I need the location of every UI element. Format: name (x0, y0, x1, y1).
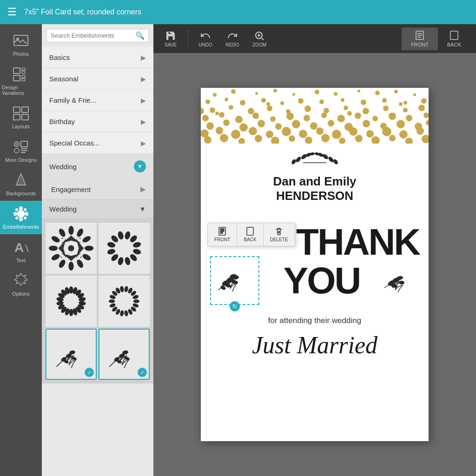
svg-point-157 (206, 122, 214, 130)
redo-button[interactable]: REDO (221, 28, 244, 49)
context-delete-button[interactable]: DELETE (264, 223, 295, 246)
context-back-button[interactable]: BACK (237, 223, 263, 246)
svg-point-43 (132, 248, 142, 255)
svg-point-13 (16, 143, 18, 145)
embellishment-item-6[interactable]: ✓ (99, 329, 150, 380)
svg-point-121 (240, 100, 245, 106)
svg-point-142 (418, 105, 425, 111)
svg-point-150 (321, 112, 327, 118)
name-line2: HENDERSON (201, 189, 429, 203)
svg-point-27 (24, 208, 26, 211)
svg-point-176 (299, 130, 307, 138)
sidebar-item-more-designs[interactable]: More Designs (0, 134, 42, 167)
subcategory-engagement[interactable]: Engagement ▶ (42, 179, 153, 199)
svg-point-168 (397, 120, 405, 128)
svg-point-53 (69, 286, 73, 293)
sidebar-item-text[interactable]: A Text (0, 234, 42, 268)
svg-point-152 (355, 112, 361, 119)
category-basics[interactable]: Basics ▶ (42, 47, 153, 68)
just-married-text: Just Married (210, 333, 419, 358)
svg-point-110 (255, 92, 258, 95)
svg-point-122 (261, 98, 266, 103)
sidebar-item-photos[interactable]: Photos (0, 28, 42, 61)
embellishment-item-2[interactable] (99, 223, 150, 274)
svg-point-177 (316, 127, 324, 135)
front-view-button[interactable]: FRONT (402, 27, 438, 50)
card-header (201, 88, 429, 144)
chevron-right-icon: ▶ (141, 139, 146, 147)
svg-point-163 (310, 122, 317, 130)
context-front-button[interactable]: FRONT (208, 223, 237, 246)
svg-point-49 (106, 241, 116, 248)
hamburger-menu[interactable]: ☰ (7, 6, 17, 18)
embellishment-item-3[interactable] (46, 276, 97, 327)
sidebar-item-embellishments[interactable]: Embellishments (0, 201, 42, 234)
svg-point-211 (332, 159, 338, 165)
rotate-handle[interactable]: ↻ (230, 301, 240, 311)
chevron-down-icon: ▼ (139, 205, 146, 213)
svg-point-159 (239, 123, 248, 132)
svg-rect-218 (220, 231, 224, 231)
subcategory-wedding[interactable]: Wedding ▼ (42, 199, 153, 219)
embellishment-item-5[interactable]: ✓ (46, 329, 97, 380)
category-wedding[interactable]: Wedding ▼ (42, 154, 153, 179)
svg-rect-106 (450, 31, 458, 40)
svg-point-164 (328, 120, 334, 126)
svg-point-44 (129, 253, 138, 262)
svg-rect-4 (22, 71, 25, 73)
svg-point-120 (225, 98, 228, 101)
chevron-right-icon: ▶ (141, 75, 146, 83)
svg-point-116 (375, 91, 380, 95)
embellishment-item-4[interactable] (99, 276, 150, 327)
sidebar-item-backgrounds[interactable]: Backgrounds (0, 167, 42, 201)
category-special-occasions[interactable]: Special Occas... ▶ (42, 132, 153, 154)
svg-point-147 (270, 116, 276, 122)
search-input[interactable] (51, 32, 135, 39)
sidebar-item-layouts[interactable]: Layouts (0, 100, 42, 134)
svg-point-175 (282, 127, 291, 136)
category-seasonal[interactable]: Seasonal ▶ (42, 68, 153, 90)
svg-point-24 (13, 212, 17, 216)
svg-point-201 (399, 102, 403, 106)
svg-point-180 (366, 130, 374, 138)
svg-point-198 (215, 112, 219, 115)
toolbar-separator (188, 29, 188, 48)
category-family[interactable]: Family & Frie... ▶ (42, 90, 153, 111)
chevron-right-icon: ▶ (141, 97, 146, 104)
svg-point-123 (280, 101, 284, 105)
back-view-button[interactable]: BACK (438, 27, 470, 50)
you-text: YOU (284, 262, 360, 299)
svg-point-46 (117, 257, 124, 266)
svg-point-48 (106, 248, 116, 255)
svg-point-26 (15, 208, 18, 211)
svg-point-189 (289, 135, 295, 142)
svg-point-118 (413, 93, 416, 96)
svg-point-115 (357, 90, 360, 93)
svg-point-111 (273, 89, 277, 93)
svg-point-234 (399, 280, 405, 284)
save-button[interactable]: SAVE (159, 28, 182, 49)
svg-point-124 (298, 98, 304, 104)
svg-point-45 (124, 257, 131, 266)
svg-point-205 (295, 156, 302, 163)
svg-point-90 (119, 286, 124, 292)
thank-section: FRONT BACK (201, 224, 429, 358)
svg-point-141 (403, 108, 408, 112)
selected-embellishment[interactable]: ↻ (210, 256, 259, 305)
chevron-right-icon: ▶ (141, 54, 146, 61)
chevron-right-icon: ▶ (141, 118, 146, 126)
you-row: ↻ YOU (210, 256, 419, 305)
embellishment-item-1[interactable] (46, 223, 97, 274)
category-birthday[interactable]: Birthday ▶ (42, 111, 153, 132)
search-box[interactable]: 🔍 (46, 29, 149, 42)
svg-point-119 (205, 99, 210, 104)
svg-rect-14 (21, 141, 27, 147)
svg-point-136 (304, 106, 311, 112)
svg-point-50 (110, 234, 119, 244)
sidebar-item-options[interactable]: Options (0, 268, 42, 301)
svg-point-187 (255, 135, 262, 142)
name-block: Dan and Emily HENDERSON (201, 174, 429, 203)
zoom-button[interactable]: ZOOM (248, 28, 271, 49)
undo-button[interactable]: UNDO (194, 28, 217, 49)
sidebar-item-design-variations[interactable]: Design Variations (0, 61, 42, 100)
